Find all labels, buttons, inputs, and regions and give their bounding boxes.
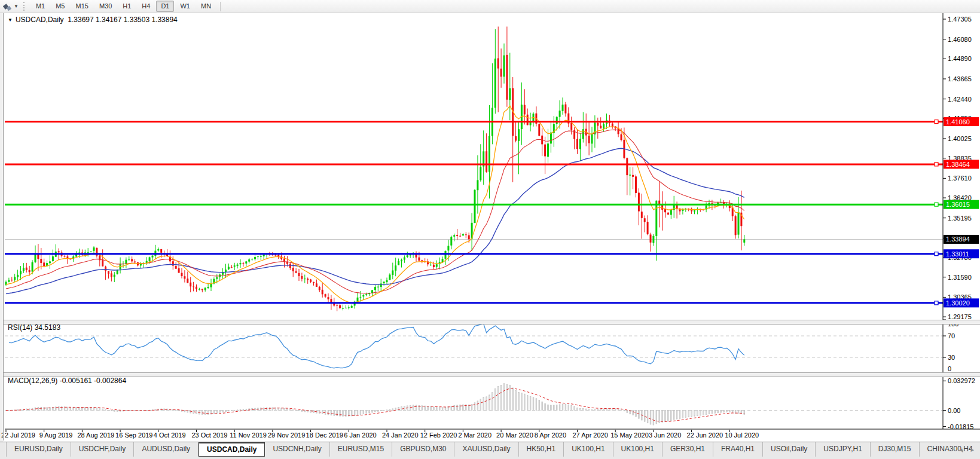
chart-tab-bar: EURUSD,DailyUSDCHF,DailyAUDUSD,DailyUSDC… [0,442,980,459]
tab-dj30-m15[interactable]: DJ30,M15 [871,442,920,457]
svg-text:1.33894: 1.33894 [946,235,970,243]
toolbar-grip[interactable] [23,2,27,11]
tab-uk100-h1[interactable]: UK100,H1 [613,442,663,457]
tab-scroll-right-icon[interactable]: ▸ [970,446,974,454]
svg-text:1.44890: 1.44890 [948,55,972,62]
svg-text:12 Feb 2020: 12 Feb 2020 [420,432,457,439]
svg-text:6 Jan 2020: 6 Jan 2020 [344,432,376,439]
timeframe-button-m15[interactable]: M15 [71,1,93,12]
svg-text:2 Mar 2020: 2 Mar 2020 [458,432,491,439]
svg-text:0.00: 0.00 [948,407,960,414]
svg-text:1.37610: 1.37610 [948,175,972,182]
tab-usdchf-daily[interactable]: USDCHF,Daily [71,442,135,457]
svg-text:8 Apr 2020: 8 Apr 2020 [535,432,566,439]
rsi-panel-splitter[interactable] [4,320,980,325]
tab-usdjpy-h1[interactable]: USDJPY,H1 [816,442,870,457]
toolbar: ▼ M1M5M15M30H1H4D1W1MN [0,0,980,13]
timeframe-button-h1[interactable]: H1 [118,1,136,12]
svg-text:1.31590: 1.31590 [948,274,972,281]
mt4-terminal: 1.473051.460801.448901.436651.424401.412… [0,0,980,459]
svg-text:20 Mar 2020: 20 Mar 2020 [496,432,533,439]
svg-text:1.35195: 1.35195 [948,215,972,222]
svg-text:1.46080: 1.46080 [948,36,972,43]
svg-text:23 Oct 2019: 23 Oct 2019 [192,432,228,439]
chart-ohlc-title: ▼USDCAD,Daily 1.33697 1.34167 1.33503 1.… [8,16,178,24]
svg-text:4 Oct 2019: 4 Oct 2019 [154,432,186,439]
svg-text:24 Jan 2020: 24 Jan 2020 [382,432,419,439]
timeframe-button-d1[interactable]: D1 [156,1,174,12]
tab-usoil-daily[interactable]: USOil,Daily [763,442,816,457]
svg-text:29 Nov 2019: 29 Nov 2019 [268,432,305,439]
svg-text:1.30020: 1.30020 [946,299,970,307]
svg-text:1.38464: 1.38464 [946,161,970,168]
cursor-dropdown-caret-icon[interactable]: ▼ [14,4,19,9]
tab-fra40-h1[interactable]: FRA40,H1 [713,442,763,457]
svg-text:27 Apr 2020: 27 Apr 2020 [573,432,608,439]
tab-gbpusd-m30[interactable]: GBPUSD,M30 [392,442,454,457]
svg-text:16 Sep 2019: 16 Sep 2019 [115,432,152,439]
svg-text:1.41060: 1.41060 [946,118,970,126]
tab-uk100-h1[interactable]: UK100,H1 [564,442,613,457]
tab-eurusd-daily[interactable]: EURUSD,Daily [6,442,71,457]
rsi-header: RSI(14) 34.5183 [8,323,60,332]
timeframe-buttons: M1M5M15M30H1H4D1W1MN [30,1,216,12]
svg-text:1.43665: 1.43665 [948,75,972,82]
timeframe-button-m5[interactable]: M5 [51,1,69,12]
svg-text:18 Dec 2019: 18 Dec 2019 [306,432,343,439]
svg-text:9 Aug 2019: 9 Aug 2019 [39,432,73,439]
svg-text:10 Jul 2020: 10 Jul 2020 [725,432,759,439]
svg-text:15 May 2020: 15 May 2020 [610,432,649,439]
chart-cursor-icon[interactable] [2,2,14,11]
svg-text:1.47305: 1.47305 [948,16,972,23]
svg-text:1.42440: 1.42440 [948,96,972,103]
svg-text:1.40025: 1.40025 [948,135,972,142]
tab-scroll-arrows: ◂ ▸ [959,442,974,457]
macd-header: MACD(12,26,9) -0.005161 -0.002864 [8,377,126,385]
timeframe-button-m1[interactable]: M1 [31,1,50,12]
toolbar-separator [220,2,221,11]
svg-text:0.032972: 0.032972 [948,377,975,384]
svg-text:30: 30 [948,354,955,361]
timeframe-button-mn[interactable]: MN [196,1,216,12]
tab-usdcnh-daily[interactable]: USDCNH,Daily [265,442,329,457]
tab-hk50-h1[interactable]: HK50,H1 [519,442,564,457]
svg-text:22 Jul 2019: 22 Jul 2019 [1,432,35,439]
timeframe-button-m30[interactable]: M30 [94,1,117,12]
tab-ger30-h1[interactable]: GER30,H1 [663,442,713,457]
tab-eurusd-m15[interactable]: EURUSD,M15 [330,442,392,457]
svg-text:1.36015: 1.36015 [946,201,970,208]
svg-text:0: 0 [948,365,951,372]
chart-tabs: EURUSD,DailyUSDCHF,DailyAUDUSD,DailyUSDC… [6,442,959,457]
svg-text:70: 70 [948,332,955,339]
tab-xauusd-daily[interactable]: XAUUSD,Daily [454,442,518,457]
svg-text:22 Jun 2020: 22 Jun 2020 [687,432,723,439]
svg-text:3 Jun 2020: 3 Jun 2020 [649,432,681,439]
chart-canvas: 1.473051.460801.448901.436651.424401.412… [0,0,980,459]
timeframe-button-w1[interactable]: W1 [175,1,195,12]
tab-scroll-left-icon[interactable]: ◂ [959,446,963,454]
symbol-dropdown-icon[interactable]: ▼ [8,17,13,23]
svg-text:28 Aug 2019: 28 Aug 2019 [77,432,114,439]
timeframe-button-h4[interactable]: H4 [137,1,155,12]
chart-ohlc-values: 1.33697 1.34167 1.33503 1.33894 [68,16,178,24]
svg-text:11 Nov 2019: 11 Nov 2019 [230,432,267,439]
tab-usdcad-daily[interactable]: USDCAD,Daily [199,442,265,457]
tab-audusd-daily[interactable]: AUDUSD,Daily [134,442,199,457]
chart-symbol-label: USDCAD,Daily [16,16,64,24]
svg-text:1.33011: 1.33011 [946,250,969,258]
macd-panel-splitter[interactable] [4,372,980,377]
